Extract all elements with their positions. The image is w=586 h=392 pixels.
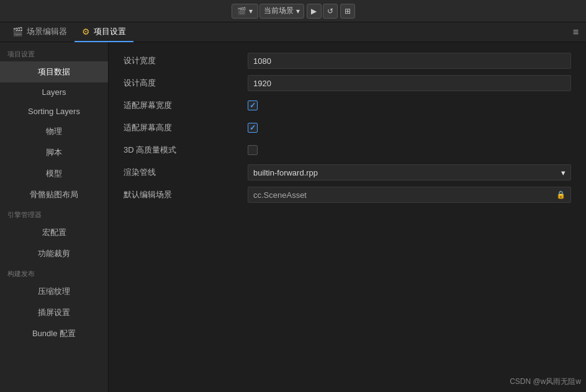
sidebar-item-physics[interactable]: 物理	[0, 121, 108, 142]
checkbox-fit-screen-width[interactable]	[248, 100, 258, 110]
content-area: 设计宽度 设计高度 适配屏幕宽度 适配屏幕高度	[109, 42, 586, 392]
sidebar-item-macro-config-label: 宏配置	[42, 228, 66, 237]
checkbox-3d-hq-mode[interactable]	[248, 145, 258, 155]
field-fit-screen-height: 适配屏幕高度	[124, 119, 571, 136]
label-default-scene: 默认编辑场景	[124, 189, 248, 200]
tab-project-settings-label: 项目设置	[94, 26, 126, 37]
sidebar-item-project-data[interactable]: 项目数据	[0, 61, 108, 82]
sidebar-item-feature-crop[interactable]: 功能裁剪	[0, 243, 108, 264]
field-design-width: 设计宽度	[124, 52, 571, 69]
sidebar-top-section-label: 项目设置	[0, 45, 108, 61]
scene-selector[interactable]: 当前场景 ▾	[259, 4, 304, 19]
scene-selector-group: 🎬 ▾ 当前场景 ▾	[232, 4, 304, 19]
label-fit-screen-height: 适配屏幕高度	[124, 122, 248, 133]
asset-default-scene[interactable]: cc.SceneAsset 🔒	[248, 187, 571, 203]
label-fit-screen-width: 适配屏幕宽度	[124, 100, 248, 111]
playback-group: ▶ ↺	[307, 4, 338, 19]
sidebar-item-plugin-settings-label: 插屏设置	[38, 308, 70, 317]
scene-editor-icon: 🎬	[12, 27, 23, 37]
sidebar: 项目设置 项目数据 Layers Sorting Layers 物理 脚本 模型…	[0, 42, 109, 392]
sidebar-item-model-label: 模型	[46, 169, 62, 178]
input-design-width[interactable]	[248, 53, 571, 69]
grid-button[interactable]: ⊞	[340, 4, 355, 19]
main-layout: 项目设置 项目数据 Layers Sorting Layers 物理 脚本 模型…	[0, 42, 586, 392]
control-fit-screen-height	[248, 123, 571, 133]
tab-scene-editor-label: 场景编辑器	[27, 26, 67, 37]
sidebar-item-layers-label: Layers	[42, 87, 66, 97]
checkbox-fit-screen-height[interactable]	[248, 123, 258, 133]
tab-scene-editor[interactable]: 🎬 场景编辑器	[5, 22, 74, 42]
sidebar-item-compress-texture[interactable]: 压缩纹理	[0, 281, 108, 302]
tab-menu-button[interactable]: ≡	[570, 24, 581, 40]
sidebar-item-physics-label: 物理	[46, 127, 62, 136]
control-render-pipeline: builtin-forward.rpp ▾	[248, 164, 571, 180]
sidebar-item-skeleton-texture-label: 骨骼贴图布局	[30, 190, 78, 199]
control-design-height	[248, 75, 571, 91]
dropdown-render-pipeline-chevron: ▾	[561, 168, 566, 177]
label-render-pipeline: 渲染管线	[124, 167, 248, 178]
label-design-height: 设计高度	[124, 78, 248, 89]
sidebar-item-macro-config[interactable]: 宏配置	[0, 222, 108, 243]
sidebar-item-layers[interactable]: Layers	[0, 82, 108, 102]
sidebar-item-project-data-label: 项目数据	[38, 67, 70, 76]
sidebar-item-plugin-settings[interactable]: 插屏设置	[0, 302, 108, 323]
field-render-pipeline: 渲染管线 builtin-forward.rpp ▾	[124, 164, 571, 181]
label-design-width: 设计宽度	[124, 55, 248, 66]
sidebar-item-bundle-config[interactable]: Bundle 配置	[0, 323, 108, 344]
scene-selector-label: 当前场景	[264, 6, 294, 16]
undo-button[interactable]: ↺	[323, 4, 338, 19]
scene-icon: 🎬	[237, 7, 246, 16]
sidebar-item-script-label: 脚本	[46, 148, 62, 157]
lock-icon: 🔒	[556, 190, 566, 199]
dropdown-render-pipeline-value: builtin-forward.rpp	[253, 168, 318, 177]
scene-icon-chevron: ▾	[249, 7, 253, 16]
control-default-scene: cc.SceneAsset 🔒	[248, 187, 571, 203]
control-fit-screen-width	[248, 100, 571, 110]
scene-icon-btn[interactable]: 🎬 ▾	[232, 4, 258, 19]
asset-default-scene-value: cc.SceneAsset	[253, 190, 307, 200]
field-design-height: 设计高度	[124, 74, 571, 92]
field-default-scene: 默认编辑场景 cc.SceneAsset 🔒	[124, 186, 571, 203]
control-design-width	[248, 53, 571, 69]
control-3d-hq-mode	[248, 145, 571, 155]
play-button[interactable]: ▶	[307, 4, 322, 19]
sidebar-item-script[interactable]: 脚本	[0, 142, 108, 163]
sidebar-item-sorting-layers-label: Sorting Layers	[28, 107, 80, 116]
sidebar-item-sorting-layers[interactable]: Sorting Layers	[0, 102, 108, 121]
project-settings-icon: ⚙	[82, 27, 90, 37]
tab-project-settings[interactable]: ⚙ 项目设置	[74, 22, 133, 42]
sidebar-item-model[interactable]: 模型	[0, 163, 108, 184]
sidebar-item-bundle-config-label: Bundle 配置	[32, 329, 76, 338]
sidebar-build-publish-label: 构建发布	[0, 264, 108, 281]
sidebar-item-compress-texture-label: 压缩纹理	[38, 287, 70, 296]
label-3d-hq-mode: 3D 高质量模式	[124, 145, 248, 156]
input-design-height[interactable]	[248, 75, 571, 91]
field-fit-screen-width: 适配屏幕宽度	[124, 97, 571, 114]
tab-bar: 🎬 场景编辑器 ⚙ 项目设置 ≡	[0, 22, 586, 42]
field-3d-hq-mode: 3D 高质量模式	[124, 141, 571, 159]
scene-selector-chevron: ▾	[296, 7, 300, 16]
sidebar-item-feature-crop-label: 功能裁剪	[38, 249, 70, 258]
sidebar-engine-manager-label: 引擎管理器	[0, 205, 108, 222]
sidebar-item-skeleton-texture[interactable]: 骨骼贴图布局	[0, 184, 108, 205]
top-toolbar: 🎬 ▾ 当前场景 ▾ ▶ ↺ ⊞	[0, 0, 586, 22]
dropdown-render-pipeline[interactable]: builtin-forward.rpp ▾	[248, 164, 571, 180]
